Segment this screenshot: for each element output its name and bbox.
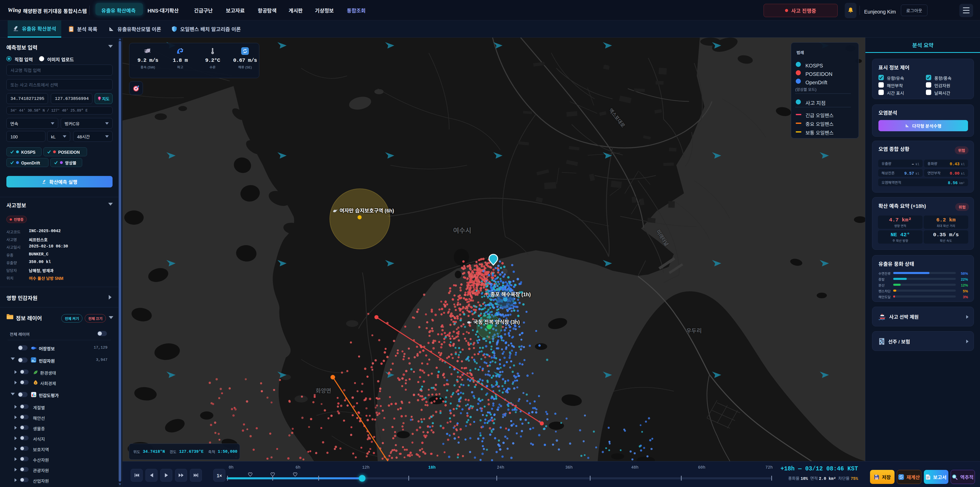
svg-text:$: $	[35, 382, 36, 384]
